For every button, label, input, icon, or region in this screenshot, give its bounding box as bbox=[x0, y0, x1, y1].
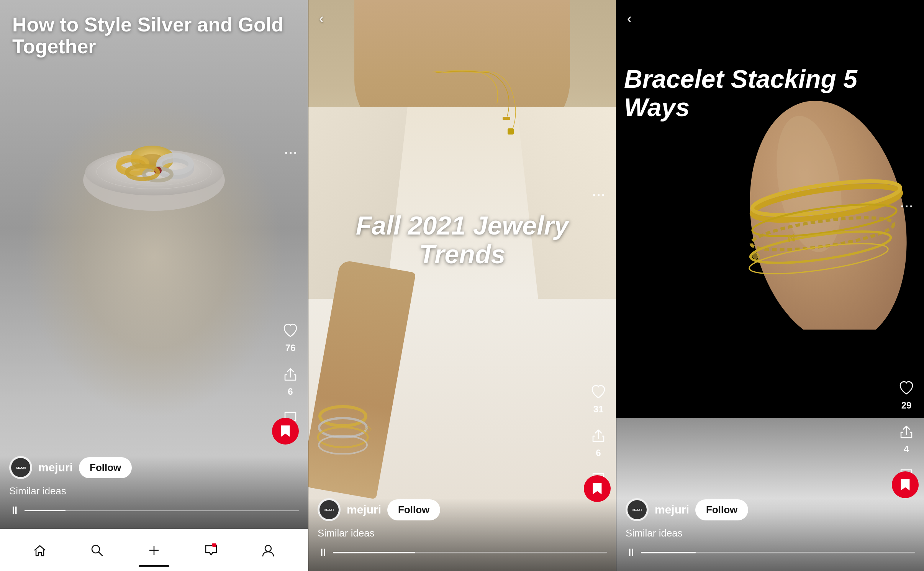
share-icon-3 bbox=[898, 423, 915, 440]
follow-button-1[interactable]: Follow bbox=[79, 457, 132, 478]
similar-ideas-2[interactable]: Similar ideas bbox=[318, 527, 607, 539]
avatar-inner-3: MEJURI bbox=[627, 500, 647, 519]
like-button-3[interactable]: 29 bbox=[896, 378, 916, 411]
follow-button-3[interactable]: Follow bbox=[695, 499, 748, 520]
avatar-inner-2: MEJURI bbox=[319, 500, 339, 519]
home-icon bbox=[31, 541, 49, 560]
progress-fill-1 bbox=[25, 510, 66, 511]
share-button-2[interactable]: 6 bbox=[588, 425, 608, 458]
share-count: 6 bbox=[288, 386, 293, 397]
panel-2: ◇ ‹ Fall 2021 Jewelry Trends ··· 31 6 bbox=[308, 0, 616, 571]
avatar-inner-1: MEJURI bbox=[11, 458, 30, 477]
share-button[interactable]: 6 bbox=[280, 364, 300, 397]
svg-text:N: N bbox=[787, 231, 796, 244]
progress-track-3[interactable] bbox=[641, 552, 915, 553]
bookmark-button-2[interactable] bbox=[584, 475, 611, 502]
panel1-title: How to Style Silver and Gold Together bbox=[0, 0, 308, 57]
progress-track-2[interactable] bbox=[333, 552, 607, 553]
panel-3: N ‹ Bracelet Stacking 5 Ways ··· 29 bbox=[616, 0, 924, 571]
panel1-bottom-bar: MEJURI mejuri Follow Similar ideas ⏸ bbox=[0, 456, 308, 529]
follow-button-2[interactable]: Follow bbox=[387, 499, 440, 520]
username-1: mejuri bbox=[38, 461, 73, 474]
nav-home[interactable] bbox=[31, 541, 49, 560]
progress-bar-1: ⏸ bbox=[9, 504, 299, 517]
like-count-2: 31 bbox=[593, 404, 604, 415]
nav-messages[interactable] bbox=[202, 541, 220, 560]
progress-bar-2: ⏸ bbox=[318, 546, 607, 559]
plus-icon bbox=[145, 541, 163, 560]
bracelets-svg: ◇ bbox=[308, 378, 404, 455]
pause-icon-1[interactable]: ⏸ bbox=[9, 504, 20, 517]
necklaces-svg bbox=[405, 69, 520, 165]
bowl-svg bbox=[77, 73, 231, 218]
similar-ideas-1[interactable]: Similar ideas bbox=[9, 485, 299, 497]
share-icon-2 bbox=[590, 427, 607, 444]
panel2-back-arrow[interactable]: ‹ bbox=[319, 11, 324, 27]
username-2: mejuri bbox=[347, 503, 381, 516]
panel3-back-arrow[interactable]: ‹ bbox=[627, 11, 632, 27]
bookmark-icon bbox=[279, 424, 292, 438]
panel1-more-dots[interactable]: ··· bbox=[284, 146, 298, 160]
share-count-3: 4 bbox=[904, 444, 909, 455]
svg-text:◇: ◇ bbox=[365, 424, 372, 433]
panel3-more-dots[interactable]: ··· bbox=[900, 199, 914, 213]
panel2-title: Fall 2021 Jewelry Trends bbox=[339, 211, 585, 269]
progress-track-1[interactable] bbox=[25, 510, 299, 511]
like-button[interactable]: 76 bbox=[280, 320, 300, 353]
progress-fill-2 bbox=[333, 552, 415, 553]
pause-icon-2[interactable]: ⏸ bbox=[318, 546, 328, 559]
panel2-more-dots[interactable]: ··· bbox=[592, 188, 606, 202]
bottom-nav-indicator bbox=[139, 565, 169, 567]
svg-rect-21 bbox=[508, 128, 514, 135]
share-icon bbox=[282, 366, 299, 382]
user-row-3: MEJURI mejuri Follow bbox=[626, 498, 915, 521]
svg-point-22 bbox=[320, 407, 366, 426]
bookmark-button-1[interactable] bbox=[272, 418, 299, 445]
panel3-title: Bracelet Stacking 5 Ways bbox=[624, 65, 886, 122]
bookmark-button-3[interactable] bbox=[892, 471, 919, 498]
like-button-2[interactable]: 31 bbox=[588, 382, 608, 415]
bookmark-icon-2 bbox=[590, 482, 604, 496]
nav-search[interactable] bbox=[88, 541, 106, 560]
message-icon bbox=[202, 541, 220, 560]
avatar-3: MEJURI bbox=[626, 498, 649, 521]
like-count-3: 29 bbox=[901, 400, 912, 411]
avatar-1: MEJURI bbox=[9, 456, 32, 479]
user-row-2: MEJURI mejuri Follow bbox=[318, 498, 607, 521]
panel-1: How to Style Silver and Gold Together ··… bbox=[0, 0, 308, 571]
similar-ideas-3[interactable]: Similar ideas bbox=[626, 527, 915, 539]
svg-point-18 bbox=[212, 543, 216, 547]
bookmark-icon-3 bbox=[898, 478, 912, 492]
nav-profile[interactable] bbox=[259, 541, 277, 560]
progress-bar-3: ⏸ bbox=[626, 546, 915, 559]
heart-icon bbox=[282, 322, 299, 339]
search-icon bbox=[88, 541, 106, 560]
progress-fill-3 bbox=[641, 552, 696, 553]
user-icon bbox=[259, 541, 277, 560]
bottom-nav bbox=[0, 529, 308, 571]
username-3: mejuri bbox=[655, 503, 689, 516]
heart-icon-2 bbox=[590, 383, 607, 400]
svg-point-19 bbox=[265, 545, 271, 551]
necklaces-area bbox=[405, 69, 520, 166]
pause-icon-3[interactable]: ⏸ bbox=[626, 546, 636, 559]
nav-add[interactable] bbox=[145, 541, 163, 560]
svg-rect-20 bbox=[503, 117, 510, 120]
svg-point-15 bbox=[92, 545, 100, 553]
heart-icon-3 bbox=[898, 379, 915, 396]
panel3-bottom-bar: MEJURI mejuri Follow Similar ideas ⏸ bbox=[616, 498, 924, 571]
bracelets-arm: ◇ bbox=[308, 378, 404, 456]
bowl-visual bbox=[11, 38, 297, 253]
avatar-2: MEJURI bbox=[318, 498, 341, 521]
share-count-2: 6 bbox=[596, 448, 601, 458]
user-row-1: MEJURI mejuri Follow bbox=[9, 456, 299, 479]
panel2-bottom-bar: MEJURI mejuri Follow Similar ideas ⏸ bbox=[308, 498, 616, 571]
like-count: 76 bbox=[285, 343, 296, 353]
share-button-3[interactable]: 4 bbox=[896, 422, 916, 455]
